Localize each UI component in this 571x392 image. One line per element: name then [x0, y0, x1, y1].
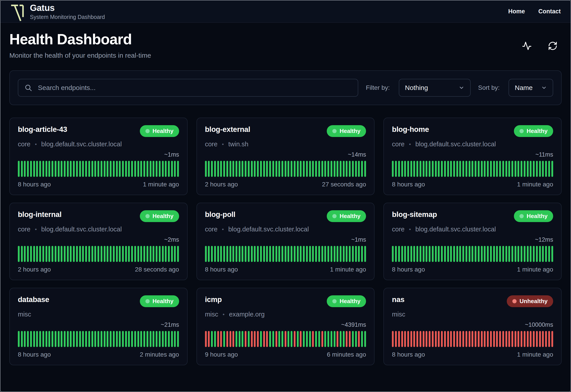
- status-bar[interactable]: [168, 161, 170, 177]
- status-bar[interactable]: [24, 161, 26, 177]
- status-bar[interactable]: [61, 331, 62, 347]
- status-bar[interactable]: [143, 331, 145, 347]
- status-bar[interactable]: [435, 246, 437, 262]
- status-bar[interactable]: [251, 246, 253, 262]
- status-bar[interactable]: [143, 246, 145, 262]
- status-bar[interactable]: [285, 331, 286, 347]
- status-bar[interactable]: [70, 161, 72, 177]
- status-bar[interactable]: [297, 161, 299, 177]
- status-bar[interactable]: [328, 331, 329, 347]
- status-bar[interactable]: [21, 161, 23, 177]
- status-bar[interactable]: [469, 331, 470, 347]
- status-bar[interactable]: [18, 331, 20, 347]
- status-bar[interactable]: [131, 161, 133, 177]
- status-bar[interactable]: [30, 246, 32, 262]
- status-bar[interactable]: [21, 246, 23, 262]
- status-bar[interactable]: [515, 246, 516, 262]
- status-bar[interactable]: [58, 161, 60, 177]
- status-bar[interactable]: [413, 331, 415, 347]
- status-bar[interactable]: [324, 161, 326, 177]
- uptime-bars[interactable]: [392, 246, 553, 262]
- status-bar[interactable]: [438, 161, 440, 177]
- status-bar[interactable]: [459, 331, 461, 347]
- status-bar[interactable]: [125, 246, 127, 262]
- status-bar[interactable]: [42, 161, 44, 177]
- status-bar[interactable]: [245, 331, 246, 347]
- status-bar[interactable]: [278, 161, 280, 177]
- status-bar[interactable]: [502, 161, 504, 177]
- status-bar[interactable]: [226, 331, 228, 347]
- status-bar[interactable]: [306, 246, 308, 262]
- status-bar[interactable]: [260, 246, 262, 262]
- status-bar[interactable]: [527, 161, 529, 177]
- status-bar[interactable]: [297, 331, 299, 347]
- status-bar[interactable]: [91, 331, 93, 347]
- status-bar[interactable]: [309, 246, 311, 262]
- status-bar[interactable]: [27, 331, 29, 347]
- status-bar[interactable]: [282, 246, 283, 262]
- status-bar[interactable]: [263, 331, 265, 347]
- status-bar[interactable]: [334, 246, 335, 262]
- status-bar[interactable]: [420, 246, 421, 262]
- status-bar[interactable]: [248, 161, 250, 177]
- status-bar[interactable]: [217, 161, 219, 177]
- status-bar[interactable]: [24, 331, 26, 347]
- endpoint-card[interactable]: blog-internal Healthy core • blog.defaul…: [9, 203, 188, 280]
- status-bar[interactable]: [150, 246, 151, 262]
- status-bar[interactable]: [177, 161, 179, 177]
- status-bar[interactable]: [416, 246, 418, 262]
- status-bar[interactable]: [337, 246, 338, 262]
- status-bar[interactable]: [39, 246, 41, 262]
- status-bar[interactable]: [450, 246, 452, 262]
- status-bar[interactable]: [101, 161, 102, 177]
- status-bar[interactable]: [548, 161, 550, 177]
- status-bar[interactable]: [462, 246, 464, 262]
- status-bar[interactable]: [398, 246, 400, 262]
- status-bar[interactable]: [551, 246, 553, 262]
- status-bar[interactable]: [208, 331, 210, 347]
- status-bar[interactable]: [165, 161, 167, 177]
- status-bar[interactable]: [294, 246, 296, 262]
- endpoint-card[interactable]: blog-home Healthy core • blog.default.sv…: [383, 118, 562, 195]
- status-bar[interactable]: [466, 161, 467, 177]
- status-bar[interactable]: [395, 161, 397, 177]
- status-bar[interactable]: [220, 331, 222, 347]
- status-bar[interactable]: [294, 331, 296, 347]
- status-bar[interactable]: [137, 331, 139, 347]
- status-bar[interactable]: [211, 246, 213, 262]
- status-bar[interactable]: [104, 246, 105, 262]
- status-bar[interactable]: [156, 331, 157, 347]
- status-bar[interactable]: [174, 331, 176, 347]
- status-bar[interactable]: [441, 246, 443, 262]
- status-bar[interactable]: [496, 161, 498, 177]
- status-bar[interactable]: [331, 246, 332, 262]
- status-bar[interactable]: [496, 331, 498, 347]
- status-bar[interactable]: [168, 331, 170, 347]
- uptime-bars[interactable]: [18, 161, 179, 177]
- status-bar[interactable]: [429, 161, 431, 177]
- status-bar[interactable]: [107, 161, 108, 177]
- status-bar[interactable]: [272, 246, 274, 262]
- status-bar[interactable]: [404, 161, 406, 177]
- status-bar[interactable]: [91, 246, 93, 262]
- status-bar[interactable]: [269, 161, 271, 177]
- status-bar[interactable]: [241, 161, 243, 177]
- status-bar[interactable]: [76, 161, 78, 177]
- status-bar[interactable]: [156, 161, 157, 177]
- status-bar[interactable]: [484, 331, 486, 347]
- status-bar[interactable]: [539, 331, 541, 347]
- brand[interactable]: Gatus System Monitoring Dashboard: [10, 0, 105, 23]
- status-bar[interactable]: [223, 331, 225, 347]
- status-bar[interactable]: [61, 161, 62, 177]
- status-bar[interactable]: [174, 161, 176, 177]
- status-bar[interactable]: [122, 246, 124, 262]
- uptime-bars[interactable]: [392, 331, 553, 347]
- uptime-bars[interactable]: [205, 161, 366, 177]
- status-bar[interactable]: [337, 331, 338, 347]
- status-bar[interactable]: [505, 246, 507, 262]
- nav-link-contact[interactable]: Contact: [539, 8, 561, 15]
- status-bar[interactable]: [340, 331, 342, 347]
- status-bar[interactable]: [223, 161, 225, 177]
- status-bar[interactable]: [515, 161, 516, 177]
- status-bar[interactable]: [79, 331, 81, 347]
